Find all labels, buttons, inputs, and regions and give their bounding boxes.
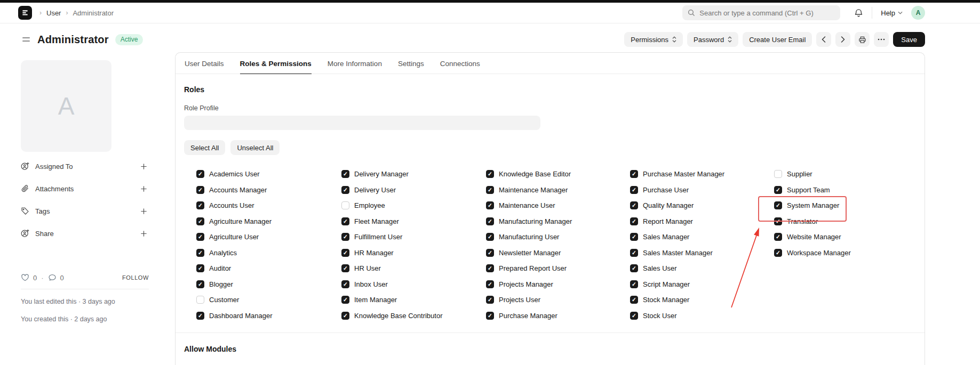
role-checkbox[interactable] — [341, 170, 349, 178]
select-all-button[interactable]: Select All — [184, 140, 225, 155]
role-checkbox[interactable] — [630, 249, 638, 257]
role-checkbox[interactable] — [341, 233, 349, 241]
role-checkbox[interactable] — [486, 312, 494, 320]
role-checkbox[interactable] — [196, 201, 204, 209]
role-checkbox[interactable] — [196, 186, 204, 194]
role-checkbox-item[interactable]: Delivery Manager — [341, 169, 486, 179]
user-avatar[interactable]: A — [911, 6, 925, 20]
role-checkbox[interactable] — [486, 201, 494, 209]
role-checkbox-item[interactable]: Knowledge Base Contributor — [341, 311, 486, 320]
unselect-all-button[interactable]: Unselect All — [230, 140, 280, 155]
role-checkbox-item[interactable]: Inbox User — [341, 280, 486, 289]
follow-button[interactable]: FOLLOW — [122, 274, 149, 281]
role-checkbox-item[interactable]: Employee — [341, 201, 486, 210]
role-checkbox-item[interactable]: Accounts User — [196, 201, 341, 210]
role-checkbox[interactable] — [486, 264, 494, 272]
next-record-button[interactable] — [835, 32, 850, 47]
role-checkbox-item[interactable]: Fulfillment User — [341, 232, 486, 241]
role-checkbox[interactable] — [196, 170, 204, 178]
role-checkbox-item[interactable]: Supplier — [774, 169, 916, 179]
role-checkbox[interactable] — [630, 280, 638, 288]
role-checkbox[interactable] — [196, 233, 204, 241]
role-checkbox[interactable] — [630, 312, 638, 320]
tab-more-information[interactable]: More Information — [328, 53, 382, 74]
role-checkbox-item[interactable]: Accounts Manager — [196, 185, 341, 194]
comment-icon[interactable] — [48, 273, 57, 282]
print-button[interactable] — [855, 32, 870, 47]
role-checkbox-item[interactable]: Academics User — [196, 169, 341, 179]
notifications-bell-icon[interactable] — [854, 9, 863, 18]
role-checkbox-item[interactable]: Translator — [774, 217, 916, 226]
prev-record-button[interactable] — [816, 32, 831, 47]
add-assignment-button[interactable] — [139, 161, 149, 172]
add-tag-button[interactable] — [139, 206, 149, 216]
role-checkbox-item[interactable]: Knowledge Base Editor — [486, 169, 630, 179]
role-checkbox-item[interactable]: Fleet Manager — [341, 217, 486, 226]
role-checkbox[interactable] — [341, 201, 349, 209]
app-logo-icon[interactable] — [18, 6, 32, 20]
role-checkbox[interactable] — [774, 186, 782, 194]
role-checkbox[interactable] — [486, 186, 494, 194]
role-checkbox-item[interactable]: Sales User — [630, 264, 774, 273]
role-checkbox-item[interactable]: Agriculture User — [196, 232, 341, 241]
save-button[interactable]: Save — [893, 32, 925, 47]
tab-connections[interactable]: Connections — [440, 53, 480, 74]
role-checkbox-item[interactable]: Maintenance User — [486, 201, 630, 210]
role-checkbox-item[interactable]: Quality Manager — [630, 201, 774, 210]
role-checkbox[interactable] — [486, 233, 494, 241]
role-checkbox-item[interactable]: Manufacturing User — [486, 232, 630, 241]
role-profile-input[interactable] — [184, 116, 540, 130]
role-checkbox-item[interactable]: Maintenance Manager — [486, 185, 630, 194]
role-checkbox[interactable] — [196, 217, 204, 225]
role-checkbox-item[interactable]: Auditor — [196, 264, 341, 273]
add-share-button[interactable] — [139, 229, 149, 239]
role-checkbox-item[interactable]: Projects Manager — [486, 280, 630, 289]
role-checkbox[interactable] — [341, 296, 349, 304]
role-checkbox-item[interactable]: Script Manager — [630, 280, 774, 289]
permissions-button[interactable]: Permissions — [624, 32, 683, 47]
role-checkbox[interactable] — [341, 280, 349, 288]
role-checkbox[interactable] — [196, 249, 204, 257]
role-checkbox[interactable] — [341, 312, 349, 320]
role-checkbox[interactable] — [774, 217, 782, 225]
user-image-placeholder[interactable]: A — [21, 60, 111, 152]
role-checkbox[interactable] — [341, 249, 349, 257]
role-checkbox[interactable] — [630, 186, 638, 194]
role-checkbox-item[interactable]: Stock Manager — [630, 295, 774, 304]
role-checkbox-item[interactable]: Dashboard Manager — [196, 311, 341, 320]
role-checkbox-item[interactable]: System Manager — [774, 201, 916, 210]
role-checkbox-item[interactable]: Agriculture Manager — [196, 217, 341, 226]
add-attachment-button[interactable] — [139, 184, 149, 194]
role-checkbox-item[interactable]: Analytics — [196, 248, 341, 257]
heart-icon[interactable] — [21, 273, 29, 282]
role-checkbox-item[interactable]: Item Manager — [341, 295, 486, 304]
role-checkbox-item[interactable]: HR User — [341, 264, 486, 273]
role-checkbox-item[interactable]: Report Manager — [630, 217, 774, 226]
role-checkbox[interactable] — [630, 201, 638, 209]
breadcrumb-user-link[interactable]: User — [46, 9, 61, 17]
role-checkbox[interactable] — [341, 217, 349, 225]
create-user-email-button[interactable]: Create User Email — [743, 32, 812, 47]
password-button[interactable]: Password — [687, 32, 738, 47]
role-checkbox-item[interactable]: Prepared Report User — [486, 264, 630, 273]
role-checkbox-item[interactable]: Purchase User — [630, 185, 774, 194]
role-checkbox-item[interactable]: Website Manager — [774, 232, 916, 241]
role-checkbox[interactable] — [486, 296, 494, 304]
role-checkbox[interactable] — [774, 201, 782, 209]
role-checkbox-item[interactable]: Manufacturing Manager — [486, 217, 630, 226]
role-checkbox-item[interactable]: Sales Master Manager — [630, 248, 774, 257]
role-checkbox-item[interactable]: Stock User — [630, 311, 774, 320]
role-checkbox-item[interactable]: Sales Manager — [630, 232, 774, 241]
role-checkbox-item[interactable]: Projects User — [486, 295, 630, 304]
role-checkbox[interactable] — [341, 186, 349, 194]
role-checkbox-item[interactable]: Support Team — [774, 185, 916, 194]
role-checkbox[interactable] — [486, 249, 494, 257]
role-checkbox[interactable] — [774, 170, 782, 178]
tab-roles-permissions[interactable]: Roles & Permissions — [240, 53, 312, 74]
tab-settings[interactable]: Settings — [398, 53, 424, 74]
role-checkbox[interactable] — [630, 296, 638, 304]
role-checkbox[interactable] — [630, 217, 638, 225]
role-checkbox[interactable] — [341, 264, 349, 272]
role-checkbox[interactable] — [196, 296, 204, 304]
role-checkbox-item[interactable]: Purchase Master Manager — [630, 169, 774, 179]
